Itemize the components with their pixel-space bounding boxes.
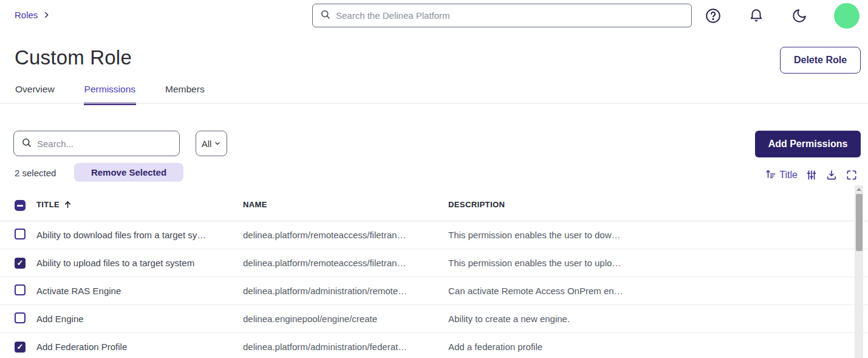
table-row[interactable]: Add Engine delinea.enginepool/engine/cre… [0, 305, 868, 333]
row-checkbox[interactable] [15, 284, 26, 295]
tab-permissions[interactable]: Permissions [84, 83, 136, 105]
sort-field-label: Title [779, 170, 798, 181]
permission-description: This permission enables the user to uplo… [448, 258, 868, 268]
permission-description: Can activate Remote Access OnPrem en… [448, 286, 868, 296]
global-search-input[interactable] [336, 10, 684, 21]
column-header-description[interactable]: DESCRIPTION [448, 200, 868, 209]
page-title: Custom Role [15, 46, 132, 69]
expand-fullscreen-icon[interactable] [846, 169, 858, 181]
permission-description: Ability to create a new engine. [448, 314, 868, 324]
topbar-actions [705, 0, 859, 32]
table-row[interactable]: Add Federation Profile delinea.platform/… [0, 333, 868, 358]
table-scrollbar[interactable] [855, 185, 863, 358]
tab-bar: Overview Permissions Members [15, 83, 205, 105]
chevron-down-icon [214, 139, 221, 149]
column-header-name[interactable]: NAME [243, 200, 448, 209]
download-icon[interactable] [825, 169, 838, 181]
search-icon [21, 137, 32, 150]
permission-description: This permission enables the user to dow… [448, 230, 868, 240]
global-search [312, 4, 692, 27]
user-avatar[interactable] [834, 3, 859, 29]
filter-dropdown[interactable]: All [196, 131, 227, 156]
remove-selected-button[interactable]: Remove Selected [74, 163, 183, 182]
permission-title: Ability to upload files to a target syst… [36, 258, 243, 268]
table-header-row: TITLE NAME DESCRIPTION [0, 188, 868, 221]
permission-description: Add a federation profile [448, 342, 868, 352]
permission-name: delinea.platform/remoteaccess/filetran… [243, 230, 448, 240]
scrollbar-up-arrow-icon[interactable] [856, 188, 861, 191]
permission-name: delinea.platform/administration/federat… [243, 342, 448, 352]
permission-title: Add Federation Profile [36, 342, 243, 352]
permissions-table: TITLE NAME DESCRIPTION Ability to downlo… [0, 188, 868, 358]
permission-title: Activate RAS Engine [36, 286, 243, 296]
search-icon [320, 9, 330, 22]
permission-name: delinea.platform/administration/remote… [243, 286, 448, 296]
permissions-search [13, 131, 180, 156]
delinea-platform-screen: Roles Custom Role Delete Role Overview P… [0, 0, 868, 358]
permissions-search-input[interactable] [37, 139, 172, 149]
column-settings-sliders-icon[interactable] [805, 169, 818, 181]
permission-name: delinea.enginepool/engine/create [243, 314, 448, 324]
row-checkbox[interactable] [15, 258, 26, 269]
permission-name: delinea.platform/remoteaccess/filetran… [243, 258, 448, 268]
view-tools: Title [765, 168, 858, 182]
sort-ascending-arrow-icon [63, 200, 72, 209]
sort-control[interactable]: Title [765, 168, 798, 182]
tabs-divider [0, 103, 868, 104]
help-icon[interactable] [705, 7, 722, 24]
filter-dropdown-value: All [202, 139, 212, 149]
notifications-bell-icon[interactable] [748, 7, 765, 24]
selected-count: 2 selected [15, 168, 56, 178]
tab-members[interactable]: Members [165, 83, 205, 105]
permission-title: Ability to download files from a target … [36, 230, 243, 240]
add-permissions-button[interactable]: Add Permissions [755, 131, 861, 157]
permission-title: Add Engine [36, 314, 243, 324]
row-checkbox[interactable] [15, 229, 26, 239]
select-all-checkbox[interactable] [15, 200, 26, 211]
tab-overview[interactable]: Overview [15, 83, 55, 105]
breadcrumb-roles-link[interactable]: Roles [15, 10, 38, 20]
row-checkbox[interactable] [15, 312, 26, 323]
table-row[interactable]: Ability to download files from a target … [0, 221, 868, 249]
dark-mode-moon-icon[interactable] [791, 7, 808, 24]
row-checkbox[interactable] [15, 342, 26, 353]
table-body: Ability to download files from a target … [0, 221, 868, 358]
sort-ascending-icon [765, 168, 776, 182]
chevron-right-icon [43, 11, 50, 19]
table-row[interactable]: Ability to upload files to a target syst… [0, 249, 868, 277]
column-header-title[interactable]: TITLE [36, 200, 243, 209]
delete-role-button[interactable]: Delete Role [780, 47, 861, 74]
table-row[interactable]: Activate RAS Engine delinea.platform/adm… [0, 277, 868, 305]
scrollbar-thumb[interactable] [856, 194, 863, 251]
breadcrumb: Roles [15, 10, 50, 20]
